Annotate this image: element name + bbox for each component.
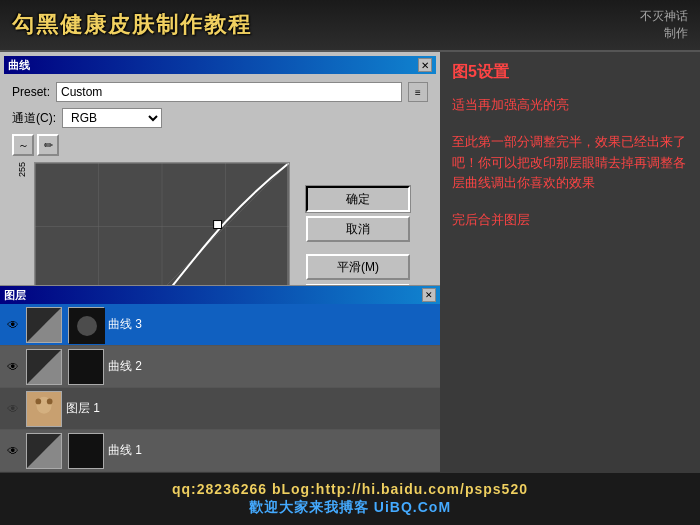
bottom-welcome-text: 歡迎大家来我搏客 UiBQ.CoM (249, 499, 451, 517)
bottom-bar: qq:28236266 bLog:http://hi.baidu.com/psp… (0, 473, 700, 525)
layer-3-mask-thumb (68, 307, 104, 343)
layers-close-button[interactable]: ✕ (422, 288, 436, 302)
pencil-tool-button[interactable]: ✏ (37, 134, 59, 156)
top-banner: 勾黑健康皮肤制作教程 不灭神话 制作 (0, 0, 700, 52)
layer-3-eye-icon[interactable]: 👁 (4, 316, 22, 334)
annotation-text-1: 适当再加强高光的亮 (452, 95, 688, 116)
preset-row: Preset: Custom ≡ (12, 82, 428, 102)
bottom-contact-text: qq:28236266 bLog:http://hi.baidu.com/psp… (172, 481, 528, 497)
annotation-text-2: 至此第一部分调整完半，效果已经出来了吧！你可以把改印那层眼睛去掉再调整各层曲线调… (452, 132, 688, 194)
layer-row-3[interactable]: 👁 曲线 3 (0, 304, 440, 346)
preset-select[interactable]: Custom (56, 82, 402, 102)
layers-list: 👁 曲线 3 (0, 304, 440, 472)
layers-panel: 图层 ✕ 👁 (0, 285, 440, 472)
channel-select[interactable]: RGB Red Green Blue (62, 108, 162, 128)
layers-title-text: 图层 (4, 288, 26, 303)
layer-curves1-name: 曲线 1 (108, 442, 436, 459)
annotation-title: 图5设置 (452, 62, 688, 83)
layer-1-thumb (26, 391, 62, 427)
cancel-button[interactable]: 取消 (306, 216, 410, 242)
banner-title: 勾黑健康皮肤制作教程 (12, 10, 252, 40)
layer-row-curves1[interactable]: 👁 曲线 1 (0, 430, 440, 472)
curve-tool-button[interactable]: ～ (12, 134, 34, 156)
ok-button[interactable]: 确定 (306, 186, 410, 212)
channel-label: 通道(C): (12, 110, 56, 127)
layer-curves1-thumb (26, 433, 62, 469)
layer-1-eye-icon[interactable]: 👁 (4, 400, 22, 418)
layer-3-name: 曲线 3 (108, 316, 436, 333)
svg-rect-9 (214, 221, 222, 229)
layer-2-eye-icon[interactable]: 👁 (4, 358, 22, 376)
dialog-close-button[interactable]: ✕ (418, 58, 432, 72)
layer-curves1-mask-thumb (68, 433, 104, 469)
layer-curves1-eye-icon[interactable]: 👁 (4, 442, 22, 460)
banner-logo: 不灭神话 制作 (640, 8, 688, 42)
layer-3-thumb (26, 307, 62, 343)
layer-1-name: 图层 1 (66, 400, 436, 417)
annotation-area: 图5设置 适当再加强高光的亮 至此第一部分调整完半，效果已经出来了吧！你可以把改… (440, 52, 700, 525)
preset-label: Preset: (12, 85, 50, 99)
curves-dialog: 曲线 ✕ Preset: Custom ≡ 通道(C): RGB Red Gre… (0, 52, 440, 472)
preset-options-icon[interactable]: ≡ (408, 82, 428, 102)
channel-row: 通道(C): RGB Red Green Blue (12, 108, 428, 128)
layer-2-thumb (26, 349, 62, 385)
tool-icons-row: ～ ✏ (12, 134, 428, 156)
layer-row-1[interactable]: 👁 图层 1 (0, 388, 440, 430)
svg-point-13 (77, 316, 97, 336)
smooth-button[interactable]: 平滑(M) (306, 254, 410, 280)
annotation-text-3: 完后合并图层 (452, 210, 688, 231)
output-high-label: 255 (17, 162, 27, 177)
layer-row-2[interactable]: 👁 曲线 2 (0, 346, 440, 388)
layer-2-name: 曲线 2 (108, 358, 436, 375)
layers-titlebar: 图层 ✕ (0, 286, 440, 304)
layer-2-mask-thumb (68, 349, 104, 385)
bottom-brand-text: UiBQ.CoM (374, 499, 451, 515)
svg-point-17 (36, 398, 42, 404)
svg-point-18 (47, 398, 53, 404)
dialog-titlebar: 曲线 ✕ (4, 56, 436, 74)
dialog-title-text: 曲线 (8, 58, 30, 73)
